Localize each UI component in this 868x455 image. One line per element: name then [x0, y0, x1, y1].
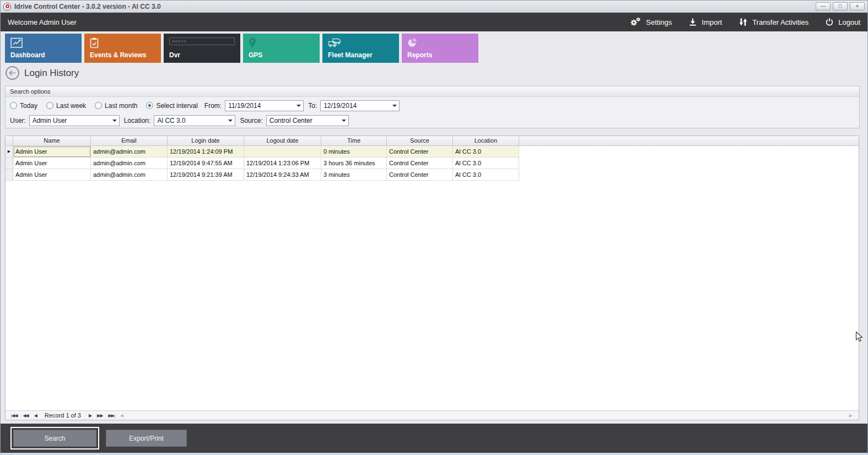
tile-dashboard[interactable]: Dashboard [5, 34, 82, 63]
chevron-down-icon[interactable] [390, 102, 399, 109]
cell-login-date[interactable]: 12/19/2014 1:24:09 PM [168, 146, 244, 158]
search-options-title: Search options [6, 86, 859, 97]
app-window: Idrive Control Center - 3.0.2 version - … [0, 0, 868, 455]
next-page-button[interactable]: ▶▶ [94, 413, 105, 418]
table-row[interactable]: Admin User admin@admin.com 12/19/2014 9:… [6, 169, 859, 181]
prev-page-button[interactable]: ◀◀ [20, 413, 31, 418]
login-history-grid: Name Email Login date Logout date Time S… [5, 136, 859, 420]
chevron-down-icon[interactable] [339, 117, 348, 124]
cell-name[interactable]: Admin User [13, 158, 91, 169]
row-indicator-arrow: ▶ [6, 146, 13, 158]
cell-logout-date[interactable] [244, 146, 321, 158]
tile-reports-label: Reports [407, 51, 473, 59]
maximize-button[interactable]: □ [833, 2, 848, 10]
settings-button[interactable]: Settings [630, 17, 672, 27]
logout-label: Logout [838, 18, 860, 26]
from-date-dropdown[interactable]: 11/19/2014 [225, 100, 304, 111]
import-icon [688, 18, 697, 26]
user-label: User: [10, 117, 26, 124]
from-label: From: [204, 102, 222, 110]
close-button[interactable]: × [850, 2, 865, 10]
app-icon [3, 3, 11, 10]
column-header-time[interactable]: Time [321, 136, 387, 146]
hscroll-right-arrow[interactable]: ▶ [847, 413, 855, 418]
cell-time[interactable]: 0 minutes [321, 146, 387, 158]
location-dropdown[interactable]: Al CC 3.0 [154, 115, 235, 126]
chevron-down-icon[interactable] [110, 117, 119, 124]
cell-source[interactable]: Control Center [387, 146, 453, 158]
cell-source[interactable]: Control Center [387, 169, 453, 181]
column-header-source[interactable]: Source [387, 136, 453, 146]
import-label: Import [702, 18, 722, 26]
fleet-trucks-icon [328, 37, 342, 47]
tile-reports[interactable]: Reports [402, 34, 478, 63]
cell-time[interactable]: 3 minutes [321, 169, 387, 181]
cell-email[interactable]: admin@admin.com [91, 169, 168, 181]
tile-events-reviews-label: Events & Reviews [90, 51, 155, 59]
gears-icon [630, 17, 641, 27]
column-header-empty [519, 136, 859, 146]
import-button[interactable]: Import [688, 18, 722, 26]
tile-events-reviews[interactable]: Events & Reviews [84, 34, 161, 63]
column-header-login-date[interactable]: Login date [168, 136, 244, 146]
location-label: Location: [124, 117, 151, 124]
tile-dvr[interactable]: MERGE Dvr [164, 34, 240, 63]
radio-today[interactable]: Today [10, 102, 37, 110]
window-title: Idrive Control Center - 3.0.2 version - … [14, 3, 161, 10]
transfer-icon [738, 18, 748, 26]
cell-login-date[interactable]: 12/19/2014 9:47:55 AM [168, 158, 244, 169]
to-date-dropdown[interactable]: 12/19/2014 [320, 100, 400, 111]
cell-location[interactable]: Al CC 3.0 [453, 169, 519, 181]
radio-last-month-circle[interactable] [95, 102, 102, 109]
radio-last-month[interactable]: Last month [95, 102, 137, 110]
cell-name[interactable]: Admin User [13, 169, 91, 181]
cell-location[interactable]: Al CC 3.0 [453, 146, 519, 158]
pie-chart-icon [407, 37, 417, 47]
column-header-location[interactable]: Location [453, 136, 519, 146]
line-chart-icon [10, 37, 23, 48]
chevron-down-icon[interactable] [226, 117, 235, 124]
chevron-down-icon[interactable] [294, 102, 303, 109]
radio-select-interval[interactable]: Select interval [146, 102, 197, 110]
hscroll-left-arrow[interactable]: ◀ [117, 413, 126, 418]
radio-select-interval-circle[interactable] [146, 102, 153, 109]
cell-logout-date[interactable]: 12/19/2014 1:23:06 PM [244, 158, 321, 169]
cell-login-date[interactable]: 12/19/2014 9:21:39 AM [168, 169, 244, 181]
navbar: Welcome Admin User [1, 13, 867, 31]
source-dropdown[interactable]: Control Center [266, 115, 349, 126]
next-record-button[interactable]: ▶ [86, 413, 94, 418]
column-header-logout-date[interactable]: Logout date [244, 136, 321, 146]
grid-empty-area [6, 181, 859, 410]
table-row[interactable]: Admin User admin@admin.com 12/19/2014 9:… [6, 158, 859, 169]
cell-name[interactable]: Admin User [13, 146, 91, 158]
radio-last-week[interactable]: Last week [46, 102, 86, 110]
column-header-name[interactable]: Name [13, 136, 91, 146]
first-record-button[interactable]: |◀◀ [8, 413, 20, 418]
tile-fleet-manager[interactable]: Fleet Manager [322, 34, 399, 63]
table-row[interactable]: ▶ Admin User admin@admin.com 12/19/2014 … [6, 146, 859, 158]
radio-today-circle[interactable] [10, 102, 17, 109]
transfer-activities-button[interactable]: Transfer Activities [738, 18, 808, 26]
cell-email[interactable]: admin@admin.com [91, 146, 168, 158]
back-button[interactable] [6, 66, 19, 80]
export-print-button[interactable]: Export/Print [106, 430, 187, 447]
column-header-email[interactable]: Email [91, 136, 168, 146]
minimize-button[interactable]: — [816, 2, 831, 10]
cell-logout-date[interactable]: 12/19/2014 9:24:33 AM [244, 169, 321, 181]
tile-gps[interactable]: GPS [243, 34, 320, 63]
grid-header-row: Name Email Login date Logout date Time S… [6, 136, 859, 146]
record-count-text: Record 1 of 3 [45, 412, 81, 419]
user-dropdown[interactable]: Admin User [29, 115, 120, 126]
prev-record-button[interactable]: ◀ [31, 413, 40, 418]
tile-dashboard-label: Dashboard [10, 51, 76, 59]
logout-button[interactable]: Logout [825, 18, 860, 26]
last-record-button[interactable]: ▶▶| [105, 413, 117, 418]
radio-last-week-circle[interactable] [46, 102, 53, 109]
record-navigator: |◀◀ ◀◀ ◀ Record 1 of 3 ▶ ▶▶ ▶▶| ◀ ▶ [6, 410, 859, 420]
cell-location[interactable]: Al CC 3.0 [453, 158, 519, 169]
cell-time[interactable]: 3 hours 36 minutes [321, 158, 387, 169]
merge-icon: MERGE [169, 37, 235, 45]
search-button[interactable]: Search [13, 430, 96, 447]
cell-source[interactable]: Control Center [387, 158, 453, 169]
cell-email[interactable]: admin@admin.com [91, 158, 168, 169]
